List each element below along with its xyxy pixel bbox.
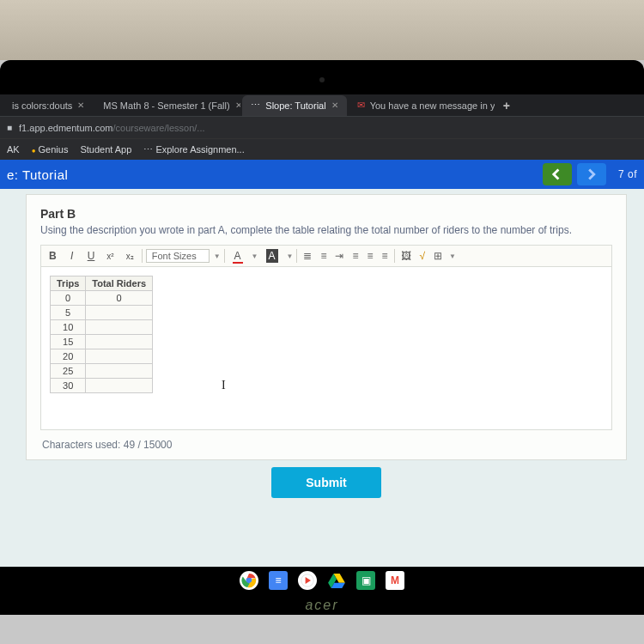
page-title: e: Tutorial [7,167,538,182]
forward-button[interactable] [577,163,606,185]
editor-body[interactable]: TripsTotal Riders 00 5 10 15 20 25 30 I [40,267,612,430]
content-area: Part B Using the description you wrote i… [0,189,644,567]
bookmark-item[interactable]: Student App [80,144,131,155]
new-tab-button[interactable]: + [496,99,517,112]
browser-chrome: is colors:douts✕ MS Math 8 - Semester 1 … [0,94,644,160]
close-icon[interactable]: ✕ [331,100,338,110]
table-row: 30 [51,379,153,393]
address-bar[interactable]: ■ f1.app.edmentum.com/courseware/lesson/… [0,117,644,139]
part-title: Part B [40,207,612,221]
tutorial-header: e: Tutorial 7 of [0,160,644,189]
align-right-button[interactable]: ≡ [380,250,391,262]
separator [296,249,297,263]
gmail-icon[interactable]: M [386,571,404,590]
chevron-down-icon[interactable]: ▼ [213,252,221,260]
lock-icon: ■ [7,123,12,132]
laptop-bezel [0,60,644,94]
align-left-button[interactable]: ≡ [349,250,361,262]
subscript-button[interactable]: x₂ [122,250,138,263]
table-row: 10 [51,320,153,335]
table-header[interactable]: Total Riders [86,276,153,291]
editor-toolbar: B I U x² x₂ Font Sizes▼ A▼ A▼ ≣ ≡ ⇥ ≡ ≡ … [40,245,612,267]
close-icon[interactable]: ✕ [77,100,84,110]
table-row: 5 [51,306,153,320]
part-description: Using the description you wrote in part … [40,224,612,236]
chevron-down-icon[interactable]: ▼ [448,252,456,260]
page-indicator: 7 of [618,168,637,180]
superscript-button[interactable]: x² [102,250,118,263]
table-row: 00 [51,291,153,306]
tab-4[interactable]: ✉You have a new message in y✕ [349,95,495,116]
bold-button[interactable]: B [45,248,61,264]
indent-button[interactable]: ⇥ [332,250,346,262]
close-icon[interactable]: ✕ [235,100,241,110]
chevron-down-icon[interactable]: ▼ [251,252,258,260]
bookmark-item[interactable]: ⋯ Explore Assignmen... [143,144,244,155]
laptop-brand: acer [0,594,644,615]
table-row: 15 [51,335,153,349]
submit-row: Submit [26,460,627,510]
tab-2[interactable]: MS Math 8 - Semester 1 (Fall)✕ [94,95,240,116]
chrome-icon[interactable] [240,571,258,590]
bookmark-item[interactable]: AK [7,144,20,155]
tab-3[interactable]: ⋯ Slope: Tutorial✕ [242,95,346,116]
drive-icon[interactable] [327,571,346,590]
align-center-button[interactable]: ≡ [364,250,375,262]
image-button[interactable]: 🖼 [398,250,414,262]
separator [224,249,225,263]
back-button[interactable] [543,163,572,185]
question-card: Part B Using the description you wrote i… [26,194,627,460]
bullet-list-button[interactable]: ≣ [301,250,314,262]
text-color-button[interactable]: A [228,248,247,264]
environment-background [0,0,644,60]
docs-icon[interactable]: ≡ [269,571,288,590]
table-row: 25 [51,364,153,379]
character-count: Characters used: 49 / 15000 [40,430,612,458]
url-text: f1.app.edmentum.com/courseware/lesson/..… [19,123,637,133]
riders-table[interactable]: TripsTotal Riders 00 5 10 15 20 25 30 [50,276,153,393]
number-list-button[interactable]: ≡ [318,250,329,262]
separator [394,249,395,263]
table-header[interactable]: Trips [51,276,86,291]
laptop-camera [319,77,325,82]
table-row: 20 [51,349,153,364]
bookmarks-bar: AK ●Genius Student App ⋯ Explore Assignm… [0,139,644,160]
bookmark-item[interactable]: ●Genius [32,144,69,155]
tab-1[interactable]: is colors:douts✕ [3,95,93,116]
font-size-select[interactable]: Font Sizes [146,249,210,263]
chevron-down-icon[interactable]: ▼ [286,252,294,260]
chromeos-shelf: ≡ ▣ M [0,567,644,594]
separator [142,249,143,263]
classroom-icon[interactable]: ▣ [356,571,375,590]
submit-button[interactable]: Submit [271,467,380,498]
table-button[interactable]: ⊞ [431,250,445,262]
text-cursor: I [222,379,226,392]
italic-button[interactable]: I [64,248,80,264]
play-icon[interactable] [298,571,317,590]
equation-button[interactable]: √ [417,250,428,262]
underline-button[interactable]: U [83,248,100,264]
highlight-button[interactable]: A [262,248,283,264]
tab-strip: is colors:douts✕ MS Math 8 - Semester 1 … [0,94,644,117]
